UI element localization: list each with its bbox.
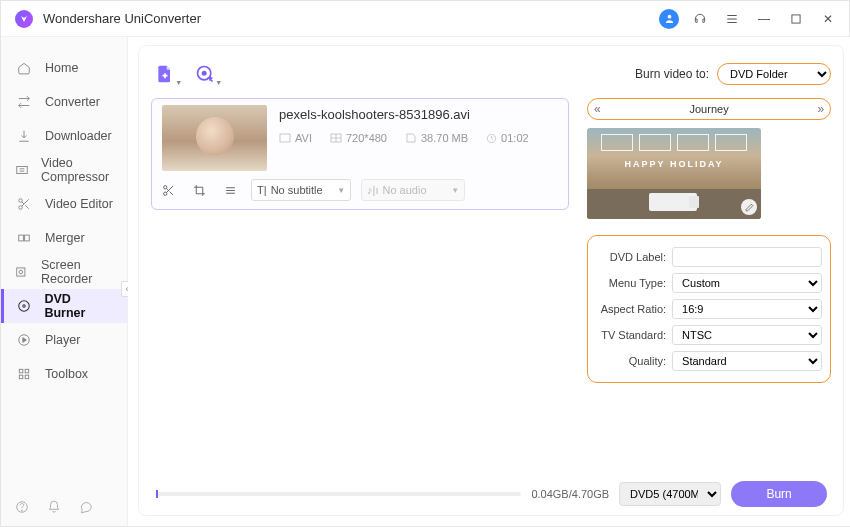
disc-capacity-select[interactable]: DVD5 (4700MB) [619, 482, 721, 506]
add-disc-button[interactable]: ▼ [191, 60, 219, 88]
svg-point-10 [23, 305, 25, 307]
file-meta: AVI 720*480 38.70 MB 01:02 [279, 132, 558, 144]
menu-type-select[interactable]: Custom [672, 273, 822, 293]
menu-icon[interactable] [721, 8, 743, 30]
dvd-settings-panel: DVD Label: Menu Type: Custom Aspect Rati… [587, 235, 831, 383]
quality-label: Quality: [588, 355, 672, 367]
svg-point-17 [22, 510, 23, 511]
recorder-icon [15, 265, 29, 279]
sidebar-item-label: Video Editor [45, 197, 113, 211]
compressor-icon [15, 163, 29, 177]
sidebar-item-merger[interactable]: Merger [1, 221, 127, 255]
svg-rect-2 [17, 167, 28, 174]
menu-type-label: Menu Type: [588, 277, 672, 289]
play-icon [15, 333, 33, 347]
toolbar: ▼ ▼ Burn video to: DVD Folder [151, 56, 831, 92]
minimize-button[interactable]: — [753, 8, 775, 30]
next-template-button[interactable]: » [817, 102, 824, 116]
sidebar: Home Converter Downloader Video Compress… [1, 37, 128, 526]
svg-rect-13 [25, 369, 29, 373]
dvd-label-input[interactable] [672, 247, 822, 267]
feedback-icon[interactable] [79, 500, 93, 514]
converter-icon [15, 95, 33, 109]
svg-point-8 [19, 270, 23, 274]
svg-point-0 [667, 15, 671, 19]
burn-to-select[interactable]: DVD Folder [717, 63, 831, 85]
sidebar-item-label: Converter [45, 95, 100, 109]
subtitle-icon: T| [257, 184, 267, 196]
home-icon [15, 61, 33, 75]
menu-preview[interactable]: HAPPY HOLIDAY [587, 128, 761, 219]
scissors-icon [15, 197, 33, 211]
merger-icon [15, 231, 33, 245]
footer: 0.04GB/4.70GB DVD5 (4700MB) Burn [151, 477, 831, 507]
tv-standard-select[interactable]: NTSC [672, 325, 822, 345]
sidebar-item-editor[interactable]: Video Editor [1, 187, 127, 221]
sidebar-item-recorder[interactable]: Screen Recorder [1, 255, 127, 289]
file-name: pexels-koolshooters-8531896.avi [279, 107, 558, 122]
app-title: Wondershare UniConverter [43, 11, 201, 26]
template-name: Journey [601, 103, 818, 115]
svg-rect-5 [19, 235, 24, 241]
svg-rect-12 [19, 369, 23, 373]
svg-rect-6 [25, 235, 30, 241]
user-avatar[interactable] [659, 9, 679, 29]
app-logo [15, 10, 33, 28]
tv-standard-label: TV Standard: [588, 329, 672, 341]
sidebar-item-label: Toolbox [45, 367, 88, 381]
sidebar-item-dvd-burner[interactable]: DVD Burner [1, 289, 127, 323]
sidebar-item-player[interactable]: Player [1, 323, 127, 357]
svg-rect-14 [19, 375, 23, 379]
disc-icon [15, 299, 32, 313]
grid-icon [15, 367, 33, 381]
burn-button[interactable]: Burn [731, 481, 827, 507]
quality-select[interactable]: Standard [672, 351, 822, 371]
audio-icon: ♪|ı [367, 184, 378, 196]
file-card[interactable]: pexels-koolshooters-8531896.avi AVI 720*… [151, 98, 569, 210]
capacity-bar [155, 492, 521, 496]
sidebar-item-label: DVD Burner [44, 292, 113, 320]
add-file-button[interactable]: ▼ [151, 60, 179, 88]
download-icon [15, 129, 33, 143]
capacity-text: 0.04GB/4.70GB [531, 488, 609, 500]
subtitle-select[interactable]: T| No subtitle▼ [251, 179, 351, 201]
help-icon[interactable] [15, 500, 29, 514]
sidebar-item-label: Screen Recorder [41, 258, 113, 286]
support-icon[interactable] [689, 8, 711, 30]
more-icon[interactable] [224, 184, 237, 197]
audio-select[interactable]: ♪|ı No audio▼ [361, 179, 465, 201]
sidebar-item-converter[interactable]: Converter [1, 85, 127, 119]
svg-point-19 [203, 72, 206, 75]
burn-to-label: Burn video to: [635, 67, 709, 81]
svg-rect-20 [280, 134, 290, 142]
svg-point-9 [18, 301, 29, 312]
template-navigator: « Journey » [587, 98, 831, 120]
chevron-down-icon: ▼ [175, 79, 182, 86]
sidebar-item-toolbox[interactable]: Toolbox [1, 357, 127, 391]
aspect-ratio-select[interactable]: 16:9 [672, 299, 822, 319]
edit-preview-icon[interactable] [741, 199, 757, 215]
preview-banner-text: HAPPY HOLIDAY [587, 159, 761, 169]
close-button[interactable]: ✕ [817, 8, 839, 30]
maximize-button[interactable] [785, 8, 807, 30]
titlebar: Wondershare UniConverter — ✕ [1, 1, 849, 37]
video-thumbnail[interactable] [162, 105, 267, 171]
sidebar-bottom-tools [1, 488, 127, 526]
svg-rect-1 [792, 14, 800, 22]
sidebar-item-downloader[interactable]: Downloader [1, 119, 127, 153]
sidebar-item-label: Downloader [45, 129, 112, 143]
crop-icon[interactable] [193, 184, 206, 197]
bell-icon[interactable] [47, 500, 61, 514]
svg-rect-7 [17, 268, 25, 276]
sidebar-item-label: Home [45, 61, 78, 75]
sidebar-item-home[interactable]: Home [1, 51, 127, 85]
trim-icon[interactable] [162, 184, 175, 197]
sidebar-item-label: Merger [45, 231, 85, 245]
aspect-ratio-label: Aspect Ratio: [588, 303, 672, 315]
svg-rect-15 [25, 375, 29, 379]
sidebar-item-compressor[interactable]: Video Compressor [1, 153, 127, 187]
prev-template-button[interactable]: « [594, 102, 601, 116]
sidebar-item-label: Video Compressor [41, 156, 113, 184]
sidebar-item-label: Player [45, 333, 80, 347]
chevron-down-icon: ▼ [215, 79, 222, 86]
